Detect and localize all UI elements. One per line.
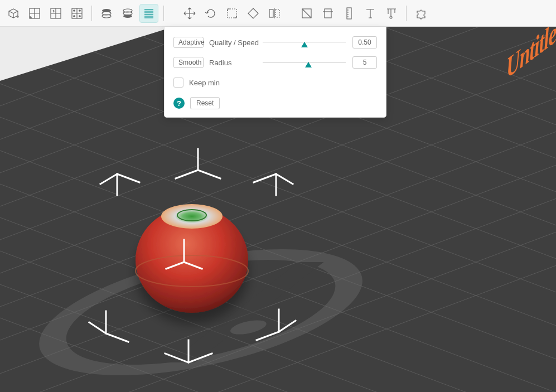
toolbar-separator <box>406 6 407 21</box>
variable-layer-panel: Adaptive Quality / Speed 0.50 Smooth Rad… <box>164 27 386 118</box>
grid4-icon[interactable] <box>26 4 43 22</box>
move-icon[interactable] <box>181 4 199 22</box>
plugin-icon[interactable] <box>412 4 430 22</box>
mirror-icon[interactable] <box>265 4 283 22</box>
layers-top-icon[interactable] <box>98 4 115 22</box>
toolbar-separator <box>91 6 92 21</box>
layers-bottom-icon[interactable] <box>119 4 137 22</box>
ruler-v-icon[interactable] <box>340 4 358 22</box>
keepmin-checkbox[interactable] <box>173 78 183 88</box>
svg-rect-57 <box>228 9 236 18</box>
reset-button[interactable]: Reset <box>190 97 220 109</box>
rotate-icon[interactable] <box>202 4 220 22</box>
svg-rect-62 <box>325 9 331 18</box>
adaptive-label: Quality / Speed <box>209 38 263 47</box>
text-icon[interactable] <box>361 4 379 22</box>
caliper-icon[interactable] <box>383 4 400 22</box>
adaptive-tag[interactable]: Adaptive <box>173 37 204 48</box>
svg-point-36 <box>161 204 223 229</box>
svg-point-64 <box>390 16 392 18</box>
smooth-tag[interactable]: Smooth <box>173 57 204 68</box>
cut-icon[interactable] <box>298 4 316 22</box>
adaptive-slider[interactable] <box>263 37 346 48</box>
svg-point-43 <box>74 15 75 16</box>
smooth-slider[interactable] <box>263 57 346 68</box>
keepmin-label: Keep min <box>189 79 220 87</box>
eraser-icon[interactable] <box>244 4 262 22</box>
svg-rect-59 <box>275 9 279 17</box>
scale-icon[interactable] <box>223 4 241 22</box>
cube-add-icon[interactable] <box>4 4 22 22</box>
toolbar <box>0 0 556 27</box>
layers-all-icon[interactable] <box>140 4 158 22</box>
help-icon[interactable]: ? <box>173 98 185 109</box>
svg-point-50 <box>123 14 132 18</box>
grid-dots-icon[interactable] <box>68 4 86 22</box>
smooth-label: Radius <box>209 59 263 67</box>
smooth-value[interactable]: 5 <box>352 56 377 69</box>
grid-marked-icon[interactable] <box>47 4 65 22</box>
clip-icon[interactable] <box>319 4 337 22</box>
svg-point-41 <box>74 9 75 11</box>
svg-point-44 <box>79 15 80 16</box>
svg-rect-63 <box>347 8 351 19</box>
svg-rect-58 <box>269 9 273 17</box>
adaptive-row: Adaptive Quality / Speed 0.50 <box>173 35 377 50</box>
toolbar-separator <box>163 6 164 21</box>
smooth-row: Smooth Radius 5 <box>173 55 377 70</box>
svg-point-42 <box>79 9 80 11</box>
adaptive-value[interactable]: 0.50 <box>352 36 377 49</box>
keepmin-row: Keep min <box>173 75 377 90</box>
